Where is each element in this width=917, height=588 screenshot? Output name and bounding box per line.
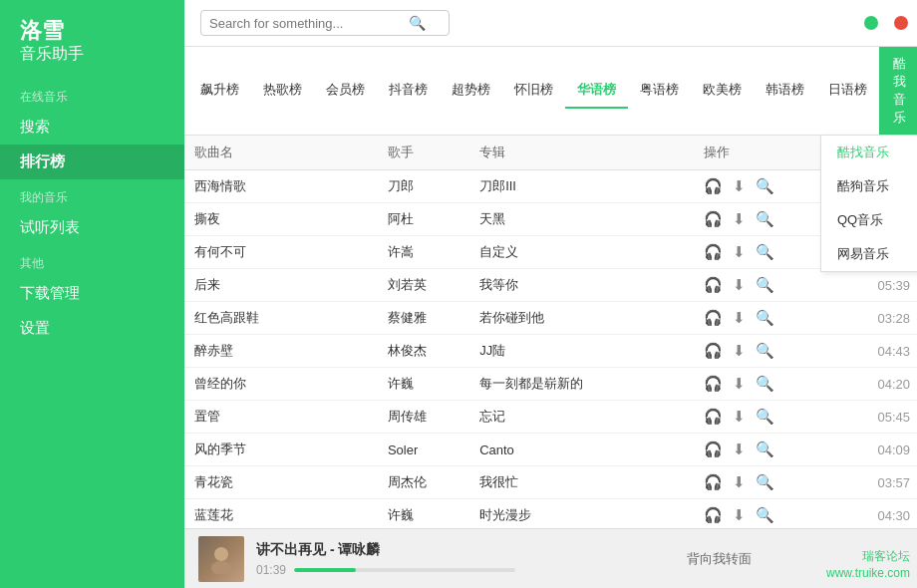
download-icon[interactable]: ⬇ [733, 342, 746, 360]
song-name: 后来 [184, 269, 378, 302]
download-icon[interactable]: ⬇ [733, 506, 746, 524]
song-artist: 刀郎 [378, 170, 469, 203]
dropdown-item-1[interactable]: 酷狗音乐 [821, 169, 917, 203]
table-row: 醉赤壁 林俊杰 JJ陆 🎧 ⬇ 🔍 04:43 [184, 335, 917, 368]
download-icon[interactable]: ⬇ [733, 473, 746, 491]
play-icon[interactable]: 🎧 [704, 408, 723, 426]
dropdown-item-2[interactable]: QQ音乐 [821, 203, 917, 237]
search-detail-icon[interactable]: 🔍 [756, 342, 774, 360]
song-artist: 林俊杰 [378, 335, 469, 368]
download-icon[interactable]: ⬇ [733, 375, 746, 393]
search-detail-icon[interactable]: 🔍 [756, 177, 774, 195]
search-detail-icon[interactable]: 🔍 [756, 375, 774, 393]
play-icon[interactable]: 🎧 [704, 243, 723, 261]
dot-red-icon [894, 16, 908, 30]
dropdown-item-0[interactable]: 酷找音乐 [821, 136, 917, 169]
search-detail-icon[interactable]: 🔍 [756, 276, 774, 294]
play-icon[interactable]: 🎧 [704, 441, 723, 458]
song-name: 曾经的你 [184, 368, 378, 401]
tab-2[interactable]: 会员榜 [314, 73, 377, 109]
song-album: 我很忙 [469, 466, 663, 499]
main-content: 🔍 飙升榜 热歌榜 会员榜 抖音榜 超势榜 怀旧榜 华语榜 粤语榜 欧美榜 韩语… [184, 0, 917, 588]
song-actions: 🎧 ⬇ 🔍 [694, 335, 835, 368]
download-icon[interactable]: ⬇ [733, 408, 746, 426]
song-empty [663, 170, 694, 203]
song-empty [663, 368, 694, 401]
svg-point-1 [211, 561, 231, 574]
song-name: 西海情歌 [184, 170, 378, 203]
song-album: 忘记 [469, 401, 663, 434]
search-detail-icon[interactable]: 🔍 [756, 243, 774, 261]
song-time: 04:30 [836, 499, 917, 529]
tab-9[interactable]: 韩语榜 [754, 73, 816, 109]
search-detail-icon[interactable]: 🔍 [756, 408, 774, 426]
play-icon[interactable]: 🎧 [704, 375, 723, 393]
search-detail-icon[interactable]: 🔍 [756, 210, 774, 228]
player-progress-row: 01:39 [256, 563, 515, 577]
search-icon[interactable]: 🔍 [409, 15, 426, 31]
tab-6[interactable]: 华语榜 [565, 73, 628, 109]
song-actions: 🎧 ⬇ 🔍 [694, 203, 835, 236]
sidebar-item-ranking[interactable]: 排行榜 [0, 145, 184, 179]
player-info: 讲不出再见 - 谭咏麟 01:39 [256, 541, 515, 577]
download-icon[interactable]: ⬇ [733, 441, 746, 458]
dot-green-icon [864, 16, 878, 30]
source-dropdown-btn[interactable]: 酷我音乐 [879, 47, 917, 135]
source-dropdown[interactable]: 酷我音乐 酷找音乐 酷狗音乐 QQ音乐 网易音乐 [879, 47, 917, 135]
song-album: Canto [469, 434, 663, 466]
sidebar-item-download[interactable]: 下载管理 [0, 276, 184, 311]
play-icon[interactable]: 🎧 [704, 506, 723, 524]
tabs-bar: 飙升榜 热歌榜 会员榜 抖音榜 超势榜 怀旧榜 华语榜 粤语榜 欧美榜 韩语榜 … [184, 47, 917, 136]
song-empty [663, 236, 694, 269]
download-icon[interactable]: ⬇ [733, 210, 746, 228]
sidebar-item-search[interactable]: 搜索 [0, 110, 184, 145]
player-thumbnail [198, 536, 244, 582]
table-row: 撕夜 阿杜 天黑 🎧 ⬇ 🔍 [184, 203, 917, 236]
table-row: 有何不可 许嵩 自定义 🎧 ⬇ 🔍 04:01 [184, 236, 917, 269]
search-detail-icon[interactable]: 🔍 [756, 309, 774, 327]
header: 🔍 [184, 0, 917, 47]
play-icon[interactable]: 🎧 [704, 309, 723, 327]
play-icon[interactable]: 🎧 [704, 473, 723, 491]
search-detail-icon[interactable]: 🔍 [756, 441, 774, 458]
song-time: 04:20 [836, 368, 917, 401]
sidebar-item-settings[interactable]: 设置 [0, 311, 184, 346]
play-icon[interactable]: 🎧 [704, 210, 723, 228]
song-album: 天黑 [469, 203, 663, 236]
dropdown-item-3[interactable]: 网易音乐 [821, 237, 917, 271]
tab-8[interactable]: 欧美榜 [691, 73, 754, 109]
play-icon[interactable]: 🎧 [704, 342, 723, 360]
tab-5[interactable]: 怀旧榜 [502, 73, 565, 109]
tab-7[interactable]: 粤语榜 [628, 73, 691, 109]
song-name: 有何不可 [184, 236, 378, 269]
download-icon[interactable]: ⬇ [733, 276, 746, 294]
tab-10[interactable]: 日语榜 [816, 73, 879, 109]
search-box[interactable]: 🔍 [200, 10, 450, 36]
tab-4[interactable]: 超势榜 [440, 73, 502, 109]
search-detail-icon[interactable]: 🔍 [756, 506, 774, 524]
search-input[interactable] [209, 16, 409, 31]
song-album: 时光漫步 [469, 499, 663, 529]
play-icon[interactable]: 🎧 [704, 177, 723, 195]
col-album: 专辑 [469, 136, 663, 170]
search-detail-icon[interactable]: 🔍 [756, 473, 774, 491]
song-album: 每一刻都是崭新的 [469, 368, 663, 401]
song-empty [663, 269, 694, 302]
player-avatar-icon [206, 544, 236, 574]
player-progress-bar[interactable] [294, 568, 515, 572]
col-empty [663, 136, 694, 170]
section-my-label: 我的音乐 [0, 179, 184, 210]
tab-0[interactable]: 飙升榜 [188, 73, 251, 109]
play-icon[interactable]: 🎧 [704, 276, 723, 294]
tab-3[interactable]: 抖音榜 [377, 73, 440, 109]
song-name: 醉赤壁 [184, 335, 378, 368]
download-icon[interactable]: ⬇ [733, 243, 746, 261]
sidebar-item-playlist[interactable]: 试听列表 [0, 210, 184, 245]
song-actions: 🎧 ⬇ 🔍 [694, 236, 835, 269]
song-empty [663, 401, 694, 434]
download-icon[interactable]: ⬇ [733, 177, 746, 195]
player-bar: 讲不出再见 - 谭咏麟 01:39 背向我转面 瑞客论坛 www.truike.… [184, 528, 917, 588]
tab-1[interactable]: 热歌榜 [251, 73, 314, 109]
app-name-line2: 音乐助手 [20, 44, 164, 65]
download-icon[interactable]: ⬇ [733, 309, 746, 327]
